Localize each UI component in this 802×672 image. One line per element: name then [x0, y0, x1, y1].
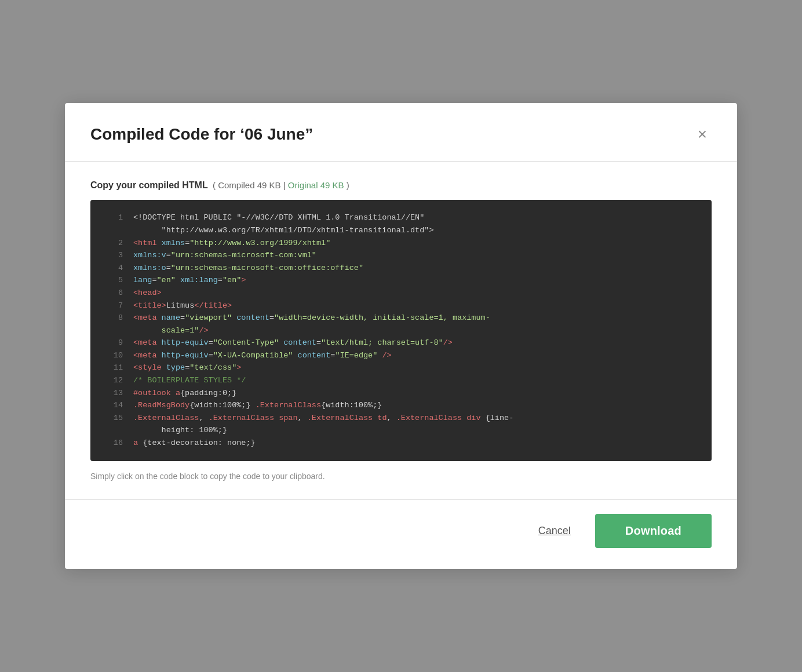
code-line: 10<meta http-equiv="X-UA-Compatible" con…: [90, 349, 712, 362]
copy-label-text: Copy your compiled HTML: [90, 180, 207, 190]
line-number: 10: [102, 349, 123, 362]
hint-text: Simply click on the code block to copy t…: [90, 472, 712, 481]
line-content: xmlns:v="urn:schemas-microsoft-com:vml": [133, 249, 316, 262]
line-content: <html xmlns="http://www.w3.org/1999/xhtm…: [133, 237, 330, 250]
line-content: <head>: [133, 287, 162, 300]
line-number: 2: [102, 237, 123, 250]
cancel-button[interactable]: Cancel: [528, 519, 581, 543]
code-line: 2<html xmlns="http://www.w3.org/1999/xht…: [90, 237, 712, 250]
download-button[interactable]: Download: [595, 514, 712, 548]
modal-body: Copy your compiled HTML ( Compiled 49 KB…: [65, 162, 737, 494]
code-line: 16a {text-decoration: none;}: [90, 437, 712, 450]
modal-overlay[interactable]: Compiled Code for ‘06 June” × Copy your …: [0, 0, 802, 672]
line-content: a {text-decoration: none;}: [133, 437, 256, 450]
line-number: 16: [102, 437, 123, 450]
compiled-size: ( Compiled 49 KB | Original 49 KB ): [210, 180, 349, 190]
line-content: lang="en" xml:lang="en">: [133, 274, 246, 287]
line-content: <title>Litmus</title>: [133, 300, 232, 312]
line-content: .ExternalClass, .ExternalClass span, .Ex…: [133, 412, 513, 437]
code-line: 9<meta http-equiv="Content-Type" content…: [90, 337, 712, 349]
original-size: Original 49 KB: [288, 180, 344, 190]
modal-header: Compiled Code for ‘06 June” ×: [65, 103, 737, 161]
modal: Compiled Code for ‘06 June” × Copy your …: [65, 103, 737, 568]
line-number: 15: [102, 412, 123, 425]
line-number: 4: [102, 262, 123, 275]
line-number: 3: [102, 249, 123, 262]
line-number: 14: [102, 399, 123, 412]
code-block[interactable]: 1<!DOCTYPE html PUBLIC "-//W3C//DTD XHTM…: [90, 200, 712, 461]
line-content: <style type="text/css">: [133, 361, 241, 374]
code-line: 1<!DOCTYPE html PUBLIC "-//W3C//DTD XHTM…: [90, 211, 712, 236]
line-content: <meta http-equiv="X-UA-Compatible" conte…: [133, 349, 392, 362]
code-line: 5lang="en" xml:lang="en">: [90, 274, 712, 287]
code-line: 13#outlook a{padding:0;}: [90, 387, 712, 400]
line-number: 9: [102, 337, 123, 349]
code-line: 6<head>: [90, 287, 712, 300]
line-content: xmlns:o="urn:schemas-microsoft-com:offic…: [133, 262, 363, 275]
line-content: .ReadMsgBody{width:100%;} .ExternalClass…: [133, 399, 382, 412]
modal-footer: Cancel Download: [65, 499, 737, 569]
copy-label: Copy your compiled HTML ( Compiled 49 KB…: [90, 180, 712, 191]
close-button[interactable]: ×: [693, 124, 712, 145]
code-line: 3xmlns:v="urn:schemas-microsoft-com:vml": [90, 249, 712, 262]
line-content: /* BOILERPLATE STYLES */: [133, 374, 246, 387]
code-line: 8<meta name="viewport" content="width=de…: [90, 312, 712, 337]
line-number: 6: [102, 287, 123, 300]
line-number: 13: [102, 387, 123, 400]
line-number: 8: [102, 312, 123, 324]
line-number: 7: [102, 300, 123, 312]
code-line: 12/* BOILERPLATE STYLES */: [90, 374, 712, 387]
line-content: <meta http-equiv="Content-Type" content=…: [133, 337, 453, 349]
code-line: 14.ReadMsgBody{width:100%;} .ExternalCla…: [90, 399, 712, 412]
code-line: 4xmlns:o="urn:schemas-microsoft-com:offi…: [90, 262, 712, 275]
line-content: <!DOCTYPE html PUBLIC "-//W3C//DTD XHTML…: [133, 211, 434, 236]
modal-title: Compiled Code for ‘06 June”: [90, 125, 313, 144]
line-number: 12: [102, 374, 123, 387]
code-line: 11<style type="text/css">: [90, 361, 712, 374]
code-line: 15.ExternalClass, .ExternalClass span, .…: [90, 412, 712, 437]
line-number: 11: [102, 361, 123, 374]
line-content: <meta name="viewport" content="width=dev…: [133, 312, 490, 337]
code-line: 7<title>Litmus</title>: [90, 300, 712, 312]
line-number: 5: [102, 274, 123, 287]
line-number: 1: [102, 211, 123, 224]
line-content: #outlook a{padding:0;}: [133, 387, 236, 400]
